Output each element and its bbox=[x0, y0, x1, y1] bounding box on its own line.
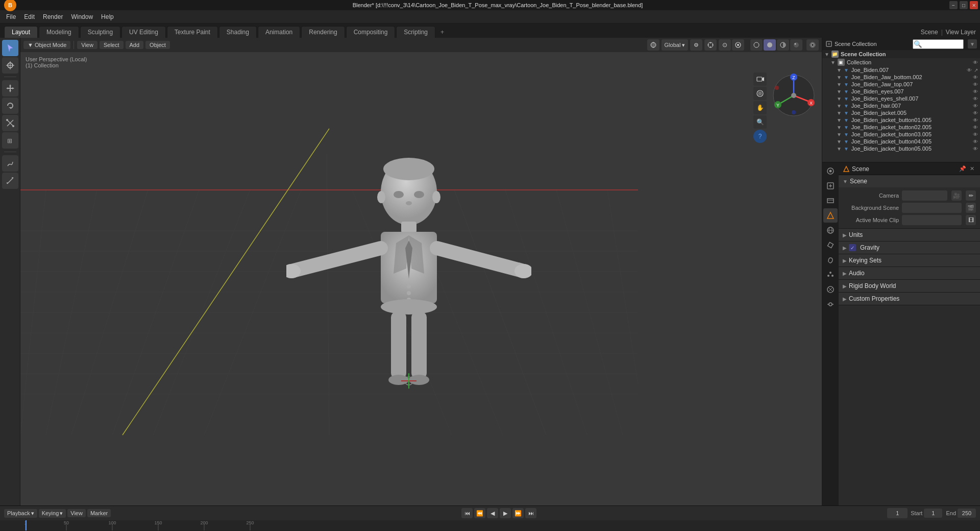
object-mode-btn[interactable]: ▼ Object Mode bbox=[23, 41, 70, 49]
bg-scene-value[interactable] bbox=[902, 203, 962, 213]
camera-view-btn[interactable] bbox=[753, 73, 767, 86]
bg-scene-pick-btn[interactable]: 🎬 bbox=[966, 203, 976, 213]
prev-keyframe-btn[interactable]: ⏪ bbox=[474, 508, 485, 518]
outliner-item-1[interactable]: ▼ ▼ Joe_Biden_Jaw_bottom.002 👁 bbox=[822, 74, 980, 81]
tool-rotate[interactable] bbox=[2, 98, 18, 114]
rendered-btn[interactable] bbox=[790, 39, 802, 51]
tab-sculpting[interactable]: Sculpting bbox=[80, 26, 120, 38]
camera-value[interactable] bbox=[902, 190, 947, 201]
move-tool-btn[interactable]: ✋ bbox=[753, 101, 767, 114]
props-physics-btn[interactable] bbox=[823, 282, 838, 297]
looksdev-btn[interactable] bbox=[777, 39, 789, 51]
vis-3[interactable]: 👁 bbox=[973, 89, 978, 94]
custom-props-header[interactable]: ▶ Custom Properties bbox=[839, 293, 980, 305]
menu-window[interactable]: Window bbox=[67, 12, 97, 21]
vis-8[interactable]: 👁 bbox=[973, 125, 978, 130]
add-menu-btn[interactable]: Add bbox=[126, 41, 144, 49]
tool-scale[interactable] bbox=[2, 115, 18, 131]
tool-transform[interactable]: ⊞ bbox=[2, 132, 18, 149]
menu-render[interactable]: Render bbox=[39, 12, 67, 21]
vis-1[interactable]: 👁 bbox=[973, 75, 978, 80]
tab-compositing[interactable]: Compositing bbox=[346, 26, 396, 38]
outliner-item-10[interactable]: ▼ ▼ Joe_Biden_jacket_button04.005 👁 bbox=[822, 138, 980, 145]
tool-cursor[interactable] bbox=[2, 57, 18, 74]
current-frame-input[interactable]: 1 bbox=[887, 508, 908, 518]
vis-2[interactable]: 👁 bbox=[973, 82, 978, 87]
navigation-gizmo[interactable]: Z X Y bbox=[771, 73, 817, 118]
maximize-btn[interactable]: □ bbox=[960, 1, 968, 9]
vis-10[interactable]: 👁 bbox=[973, 139, 978, 144]
outliner-item-8[interactable]: ▼ ▼ Joe_Biden_jacket_button02.005 👁 bbox=[822, 124, 980, 131]
menu-help[interactable]: Help bbox=[97, 12, 118, 21]
pin-panel-btn[interactable]: 📌 bbox=[959, 165, 967, 173]
viewport-canvas[interactable]: Z X Y bbox=[20, 52, 822, 505]
outliner-search[interactable] bbox=[913, 39, 964, 49]
help-btn[interactable]: ? bbox=[753, 130, 767, 143]
units-section-header[interactable]: ▶ Units bbox=[839, 229, 980, 241]
sel-0[interactable]: ↗ bbox=[974, 67, 978, 73]
add-workspace-btn[interactable]: + bbox=[436, 27, 448, 38]
outliner-item-4[interactable]: ▼ ▼ Joe_Biden_eyes_shell.007 👁 bbox=[822, 95, 980, 102]
keying-sets-header[interactable]: ▶ Keying Sets bbox=[839, 254, 980, 267]
play-btn[interactable]: ▶ bbox=[500, 508, 511, 518]
vis-4[interactable]: 👁 bbox=[973, 96, 978, 102]
camera-new-btn[interactable]: ✏ bbox=[966, 190, 976, 201]
marker-menu-btn[interactable]: Marker bbox=[87, 509, 111, 517]
outliner-item-scene-collection[interactable]: ▼ 📁 Scene Collection bbox=[822, 50, 980, 58]
vis-5[interactable]: 👁 bbox=[973, 103, 978, 109]
outliner-item-0[interactable]: ▼ ▼ Joe_Biden.007 👁 ↗ bbox=[822, 66, 980, 74]
snap-btn[interactable] bbox=[704, 39, 717, 51]
end-frame-input[interactable]: 250 bbox=[958, 509, 976, 518]
props-particles-btn[interactable] bbox=[823, 268, 838, 282]
menu-file[interactable]: File bbox=[2, 12, 20, 21]
global-label-btn[interactable]: Global ▾ bbox=[662, 39, 688, 51]
tab-uv-editing[interactable]: UV Editing bbox=[121, 26, 166, 38]
outliner-item-collection[interactable]: ▼ ▣ Collection 👁 bbox=[822, 58, 980, 66]
select-menu-btn[interactable]: Select bbox=[100, 41, 124, 49]
vis-7[interactable]: 👁 bbox=[973, 117, 978, 123]
tab-layout[interactable]: Layout bbox=[4, 26, 38, 38]
close-panel-btn[interactable]: ✕ bbox=[968, 165, 976, 173]
props-constraints-btn[interactable] bbox=[823, 297, 838, 311]
vis-6[interactable]: 👁 bbox=[973, 110, 978, 116]
tab-shading[interactable]: Shading bbox=[219, 26, 257, 38]
tab-texture-paint[interactable]: Texture Paint bbox=[167, 26, 218, 38]
outliner-item-11[interactable]: ▼ ▼ Joe_Biden_jacket_button05.005 👁 bbox=[822, 145, 980, 152]
scene-section-header[interactable]: ▼ Scene bbox=[839, 175, 980, 187]
tab-scripting[interactable]: Scripting bbox=[396, 26, 435, 38]
props-object-btn[interactable] bbox=[823, 238, 838, 252]
show-overlays-btn[interactable] bbox=[732, 39, 744, 51]
close-btn[interactable]: ✕ bbox=[970, 1, 978, 9]
gravity-section-header[interactable]: ▶ ✓ Gravity bbox=[839, 242, 980, 254]
solid-btn[interactable] bbox=[764, 39, 776, 51]
minimize-btn[interactable]: − bbox=[949, 1, 958, 9]
outliner-item-2[interactable]: ▼ ▼ Joe_Biden_Jaw_top.007 👁 bbox=[822, 81, 980, 88]
movie-clip-value[interactable] bbox=[902, 215, 962, 225]
props-viewlayer-btn[interactable] bbox=[823, 194, 838, 208]
toggle-xray-btn[interactable] bbox=[806, 39, 819, 51]
audio-section-header[interactable]: ▶ Audio bbox=[839, 267, 980, 279]
keying-menu-btn[interactable]: Keying ▾ bbox=[39, 509, 66, 518]
outliner-item-3[interactable]: ▼ ▼ Joe_Biden_eyes.007 👁 bbox=[822, 88, 980, 95]
object-menu-btn[interactable]: Object bbox=[145, 41, 170, 49]
wireframe-btn[interactable] bbox=[750, 39, 763, 51]
tool-measure[interactable] bbox=[2, 173, 18, 189]
props-output-btn[interactable] bbox=[823, 179, 838, 193]
vis-0[interactable]: 👁 bbox=[967, 67, 972, 73]
tab-rendering[interactable]: Rendering bbox=[301, 26, 345, 38]
proportional-edit-btn[interactable]: ⊙ bbox=[719, 39, 731, 51]
tab-animation[interactable]: Animation bbox=[258, 26, 300, 38]
menu-edit[interactable]: Edit bbox=[20, 12, 39, 21]
view-menu-btn[interactable]: View bbox=[67, 509, 86, 517]
outliner-item-7[interactable]: ▼ ▼ Joe_Biden_jacket_button01.005 👁 bbox=[822, 116, 980, 124]
gravity-checkbox[interactable]: ✓ bbox=[849, 244, 856, 251]
visibility-btn[interactable]: 👁 bbox=[973, 60, 978, 65]
playback-menu-btn[interactable]: Playback ▾ bbox=[4, 509, 37, 518]
filter-btn[interactable]: ▼ bbox=[968, 39, 977, 49]
rigid-body-header[interactable]: ▶ Rigid Body World bbox=[839, 280, 980, 292]
playhead[interactable] bbox=[26, 520, 27, 530]
next-keyframe-btn[interactable]: ⏩ bbox=[512, 508, 524, 518]
props-render-btn[interactable] bbox=[823, 164, 838, 178]
step-back-btn[interactable]: ◀ bbox=[487, 508, 498, 518]
tool-annotate[interactable] bbox=[2, 155, 18, 172]
